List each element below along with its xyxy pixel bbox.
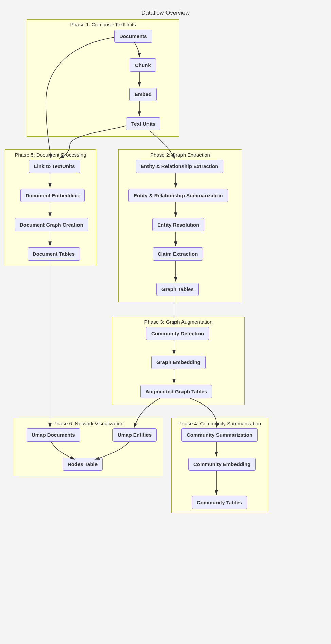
node-umap-entities: Umap Entities — [112, 428, 157, 442]
node-augmented-graph-tables: Augmented Graph Tables — [140, 385, 212, 398]
phase-title: Phase 4: Community Summarization — [172, 421, 268, 426]
node-graph-embedding: Graph Embedding — [151, 356, 206, 369]
node-embed: Embed — [129, 88, 157, 101]
diagram-title: Dataflow Overview — [0, 10, 331, 16]
node-document-embedding: Document Embedding — [20, 189, 85, 202]
phase-title: Phase 5: Document Processing — [5, 152, 96, 158]
node-community-embedding: Community Embedding — [188, 458, 256, 471]
node-community-detection: Community Detection — [146, 327, 209, 340]
node-text-units: Text Units — [126, 117, 160, 130]
node-link-to-textunits: Link to TextUnits — [29, 160, 80, 173]
node-entity-resolution: Entity Resolution — [152, 218, 204, 231]
phase-title: Phase 1: Compose TextUnits — [27, 22, 179, 28]
node-document-graph-creation: Document Graph Creation — [15, 218, 88, 231]
node-community-summarization: Community Summarization — [181, 428, 258, 442]
node-umap-documents: Umap Documents — [27, 428, 80, 442]
node-document-tables: Document Tables — [28, 247, 80, 261]
node-nodes-table: Nodes Table — [63, 458, 103, 471]
phase-title: Phase 3: Graph Augmentation — [112, 319, 244, 325]
node-chunk: Chunk — [130, 58, 156, 72]
phase-title: Phase 2: Graph Extraction — [119, 152, 242, 158]
node-documents: Documents — [114, 30, 152, 43]
node-community-tables: Community Tables — [192, 496, 247, 509]
node-entity-rel-extraction: Entity & Relationship Extraction — [136, 160, 223, 173]
node-claim-extraction: Claim Extraction — [153, 247, 203, 261]
node-entity-rel-summarization: Entity & Relationship Summarization — [128, 189, 228, 202]
phase-title: Phase 6: Network Visualization — [14, 421, 163, 426]
node-graph-tables: Graph Tables — [156, 283, 199, 296]
